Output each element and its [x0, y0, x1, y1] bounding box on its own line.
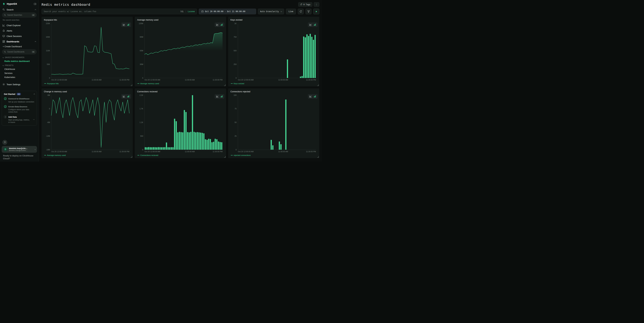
- get-started-item-sources[interactable]: Create Data Sources Configure where your…: [4, 105, 35, 113]
- sql-toggle[interactable]: SQL: [180, 10, 184, 13]
- svg-text:90M: 90M: [140, 36, 143, 38]
- get-started-item-add-data[interactable]: 3 Add Data Start sending logs, metrics, …: [4, 115, 35, 124]
- line-chart-icon[interactable]: [309, 23, 312, 26]
- sidebar-item-team-settings[interactable]: Team Settings: [0, 82, 39, 87]
- sidebar-item-redis-dashboard[interactable]: Redis metrics dashboard: [0, 59, 39, 63]
- chevron-up-icon[interactable]: [34, 94, 35, 95]
- chart-plot-area[interactable]: 030M60M90M120MOct 20 12:00:00 AM11:00:00…: [137, 22, 224, 82]
- chart-plot-area[interactable]: 055K110K165K220KOct 20 12:00:00 AM11:00:…: [44, 22, 131, 82]
- overflow-menu-button[interactable]: ⋮: [314, 2, 320, 7]
- refresh-icon: [300, 10, 302, 13]
- legend-dash-icon: [44, 83, 46, 84]
- chevron-up-icon[interactable]: [35, 9, 36, 10]
- svg-text:25: 25: [234, 135, 236, 137]
- sidebar-item-chart-explorer[interactable]: Chart Explorer: [0, 23, 39, 28]
- svg-text:11:30:00 PM: 11:30:00 PM: [213, 151, 223, 153]
- bar-chart-icon[interactable]: [314, 95, 316, 98]
- chart-plot-area[interactable]: 0255075100Oct 20 12:00:00 AM11:00:00 AM1…: [230, 93, 317, 153]
- resize-handle-icon[interactable]: [317, 156, 319, 158]
- saved-dashboards-input[interactable]: Saved Dashboards ⌘K: [2, 49, 37, 54]
- svg-text:0: 0: [236, 77, 236, 79]
- saved-searches-input[interactable]: Saved Searches ⌘K: [2, 12, 37, 17]
- sidebar-item-search[interactable]: Search: [0, 7, 39, 12]
- run-query-button[interactable]: [313, 8, 319, 14]
- refresh-button[interactable]: [298, 8, 304, 14]
- svg-text:0: 0: [142, 77, 143, 79]
- resize-handle-icon[interactable]: [130, 84, 132, 86]
- dashboard-grid: Keyspace hits 055K110K165K220KOct 20 12:…: [42, 17, 319, 158]
- svg-text:-12M: -12M: [46, 135, 50, 137]
- resize-handle-icon[interactable]: [224, 84, 226, 86]
- svg-text:-6M: -6M: [47, 121, 50, 123]
- kebab-menu-icon: ⋮: [316, 3, 318, 6]
- line-chart-icon[interactable]: [123, 23, 125, 26]
- saved-dashboards-placeholder: Saved Dashboards: [7, 51, 30, 53]
- no-saved-searches-text: No saved searches: [0, 18, 39, 23]
- sidebar-bottom: ? D dominic.tran@clic... dominic.tran@cl…: [0, 140, 39, 160]
- bar-chart-icon[interactable]: [127, 95, 130, 98]
- legend-dash-icon: [231, 155, 233, 155]
- svg-text:6M: 6M: [48, 94, 50, 96]
- svg-text:30M: 30M: [140, 63, 143, 65]
- get-started-item-connect[interactable]: Connect to ClickHouse Set up your databa…: [4, 97, 35, 103]
- chart-legend: Connections recieved: [137, 153, 224, 157]
- bar-chart-icon[interactable]: [127, 23, 130, 26]
- step-number-badge: 3: [4, 115, 7, 118]
- app-root: HyperDX Search Saved Searches ⌘K No save…: [0, 0, 322, 161]
- shortcut-badge: ⌘K: [32, 14, 35, 16]
- chart-legend: rejected connections: [230, 153, 317, 157]
- svg-text:120M: 120M: [139, 22, 143, 24]
- svg-text:50: 50: [234, 121, 236, 123]
- calendar-icon: [201, 10, 204, 13]
- lucene-toggle[interactable]: Lucene: [188, 10, 195, 13]
- chevron-down-icon: [2, 56, 4, 58]
- create-dashboard-button[interactable]: + Create Dashboard: [0, 44, 39, 49]
- resize-handle-icon[interactable]: [224, 156, 226, 158]
- tags-button[interactable]: 0 Tags: [298, 2, 312, 7]
- arrow-right-icon: →: [32, 118, 35, 120]
- chart-plot-area[interactable]: 02505007501KOct 20 12:00:00 AM11:00:00 A…: [230, 22, 317, 82]
- sidebar: HyperDX Search Saved Searches ⌘K No save…: [0, 0, 39, 161]
- chart-plot-area[interactable]: -18M-12M-6M06MOct 20 12:00:00 AM11:00:00…: [44, 93, 131, 153]
- line-chart-icon[interactable]: [216, 95, 219, 98]
- sidebar-item-clickhouse[interactable]: ClickHouse: [0, 67, 39, 71]
- nav-label: Team Settings: [6, 83, 20, 86]
- bar-chart-icon[interactable]: [314, 23, 316, 26]
- chart-line-icon: [2, 24, 5, 27]
- svg-text:55K: 55K: [47, 63, 50, 65]
- granularity-select[interactable]: Auto Granularity: [258, 8, 284, 14]
- chart-title: Connections rejected: [230, 90, 317, 93]
- bar-chart-icon[interactable]: [220, 95, 223, 98]
- bar-chart-icon[interactable]: [220, 23, 223, 26]
- sidebar-collapse-icon[interactable]: [34, 3, 36, 5]
- chevron-up-icon[interactable]: [35, 41, 36, 42]
- chart-title: Keyspace hits: [44, 18, 131, 22]
- user-name: dominic.tran@clic...: [9, 147, 34, 149]
- sidebar-item-dashboards[interactable]: Dashboards: [0, 39, 39, 44]
- search-input[interactable]: [44, 10, 179, 13]
- monitor-icon: [2, 35, 5, 37]
- page-title: Redis metrics dashboard: [42, 2, 298, 6]
- sidebar-item-services[interactable]: Services: [0, 71, 39, 75]
- sidebar-item-kubernetes[interactable]: Kubernetes: [0, 75, 39, 79]
- user-menu[interactable]: D dominic.tran@clic... dominic.tran@clic…: [2, 146, 37, 153]
- dashboard-grid-icon: [2, 40, 5, 43]
- line-chart-icon[interactable]: [216, 23, 219, 26]
- live-button[interactable]: Live: [286, 8, 296, 14]
- line-chart-icon[interactable]: [309, 95, 312, 98]
- resize-handle-icon[interactable]: [317, 84, 319, 86]
- get-started-header[interactable]: Get Started 2/3: [4, 93, 35, 95]
- chart-title: Change in memory used: [44, 90, 131, 93]
- resize-handle-icon[interactable]: [130, 156, 132, 158]
- sidebar-item-client-sessions[interactable]: Client Sessions: [0, 33, 39, 39]
- help-button[interactable]: ?: [2, 140, 7, 145]
- filter-button[interactable]: [306, 8, 312, 14]
- sidebar-item-alerts[interactable]: Alerts: [0, 28, 39, 33]
- saved-dashboards-group[interactable]: SAVED DASHBOARDS: [0, 55, 39, 59]
- progress-badge: 2/3: [16, 93, 21, 95]
- time-range-picker[interactable]: Oct 20 00:00:00 - Oct 21 00:00:00: [199, 8, 256, 14]
- chart-plot-area[interactable]: 05501.1K1.7K2.2KOct 20 12:00:00 AM11:00:…: [137, 93, 224, 153]
- presets-group[interactable]: PRESETS: [0, 63, 39, 67]
- svg-text:2.2K: 2.2K: [140, 94, 143, 96]
- line-chart-icon[interactable]: [123, 95, 125, 98]
